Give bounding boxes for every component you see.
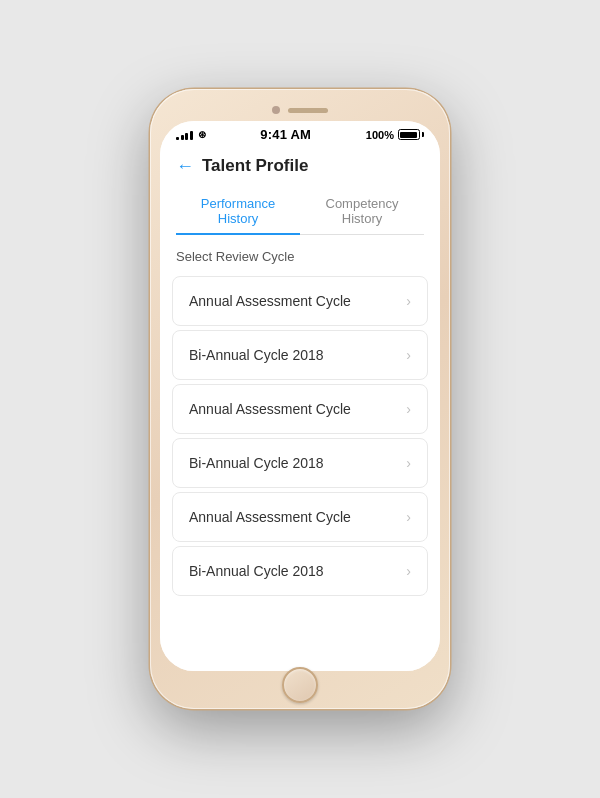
home-button[interactable]: [282, 667, 318, 703]
tab-performance-history[interactable]: Performance History: [176, 188, 300, 234]
chevron-right-icon: ›: [406, 347, 411, 363]
signal-bar-1: [176, 137, 179, 140]
status-left: ⊛: [176, 129, 206, 140]
section-label: Select Review Cycle: [160, 235, 440, 272]
back-button[interactable]: ←: [176, 157, 194, 175]
signal-bar-4: [190, 131, 193, 140]
battery-tip: [422, 132, 424, 137]
tabs: Performance History Competency History: [176, 188, 424, 235]
chevron-right-icon: ›: [406, 563, 411, 579]
status-bar: ⊛ 9:41 AM 100%: [160, 121, 440, 146]
list-item[interactable]: Annual Assessment Cycle ›: [172, 276, 428, 326]
list-item[interactable]: Bi-Annual Cycle 2018 ›: [172, 546, 428, 596]
cycle-item-label: Bi-Annual Cycle 2018: [189, 563, 324, 579]
list-item[interactable]: Annual Assessment Cycle ›: [172, 384, 428, 434]
battery: [398, 129, 424, 140]
signal-bar-2: [181, 135, 184, 140]
chevron-right-icon: ›: [406, 509, 411, 525]
list-item[interactable]: Annual Assessment Cycle ›: [172, 492, 428, 542]
app-header: ← Talent Profile Performance History Com…: [160, 146, 440, 235]
chevron-right-icon: ›: [406, 401, 411, 417]
status-time: 9:41 AM: [260, 127, 311, 142]
phone-bottom: [160, 671, 440, 699]
cycle-item-label: Annual Assessment Cycle: [189, 509, 351, 525]
battery-percent: 100%: [366, 129, 394, 141]
header-row: ← Talent Profile: [176, 156, 424, 176]
chevron-right-icon: ›: [406, 293, 411, 309]
tab-competency-history[interactable]: Competency History: [300, 188, 424, 234]
chevron-right-icon: ›: [406, 455, 411, 471]
phone-top-bar: [160, 99, 440, 121]
wifi-icon: ⊛: [198, 129, 206, 140]
battery-body: [398, 129, 420, 140]
speaker: [288, 108, 328, 113]
cycle-item-label: Annual Assessment Cycle: [189, 401, 351, 417]
app-content: ← Talent Profile Performance History Com…: [160, 146, 440, 671]
cycle-list: Annual Assessment Cycle › Bi-Annual Cycl…: [160, 272, 440, 671]
phone-outer: ⊛ 9:41 AM 100%: [150, 89, 450, 709]
status-right: 100%: [366, 129, 424, 141]
signal-bars: [176, 130, 193, 140]
signal-bar-3: [185, 133, 188, 140]
phone-wrapper: ⊛ 9:41 AM 100%: [140, 79, 460, 719]
cycle-item-label: Annual Assessment Cycle: [189, 293, 351, 309]
camera: [272, 106, 280, 114]
page-title: Talent Profile: [202, 156, 308, 176]
list-item[interactable]: Bi-Annual Cycle 2018 ›: [172, 438, 428, 488]
phone-screen: ⊛ 9:41 AM 100%: [160, 121, 440, 671]
battery-fill: [400, 132, 417, 138]
cycle-item-label: Bi-Annual Cycle 2018: [189, 347, 324, 363]
cycle-item-label: Bi-Annual Cycle 2018: [189, 455, 324, 471]
list-item[interactable]: Bi-Annual Cycle 2018 ›: [172, 330, 428, 380]
